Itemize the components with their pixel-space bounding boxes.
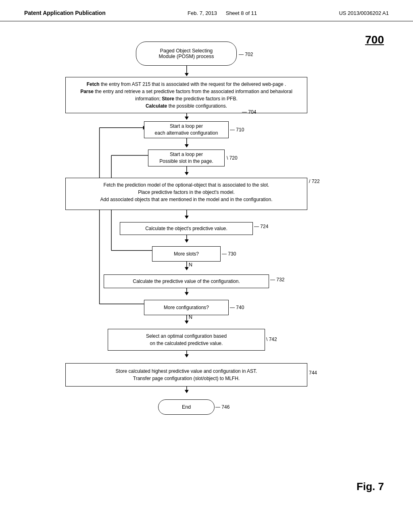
- label-744: 744: [309, 370, 317, 376]
- label-704: — 704: [242, 109, 256, 115]
- svg-marker-7: [185, 172, 189, 175]
- label-724: — 724: [254, 224, 268, 229]
- label-702: — 702: [239, 52, 253, 57]
- label-730: — 730: [222, 251, 236, 257]
- svg-marker-31: [185, 354, 189, 357]
- label-710: — 710: [230, 127, 244, 133]
- label-722: / 722: [309, 179, 320, 184]
- label-746: — 746: [215, 404, 229, 410]
- node-730: More slots?: [152, 246, 221, 262]
- patent-number-label: US 2013/0036202 A1: [339, 10, 389, 16]
- node-732: Calculate the predictive value of the co…: [104, 274, 269, 288]
- label-742: \ 742: [266, 337, 277, 342]
- svg-marker-33: [185, 390, 189, 393]
- node-724: Calculate the object's predictive value.: [120, 222, 253, 235]
- label-740: — 740: [230, 305, 244, 310]
- svg-text:N: N: [189, 262, 192, 268]
- figure-label: Fig. 7: [357, 480, 384, 493]
- diagram-number: 700: [365, 33, 384, 46]
- sheet-label: Sheet 8 of 11: [226, 10, 257, 16]
- diagram-container: 700 Y N: [0, 21, 413, 513]
- svg-marker-11: [185, 239, 189, 243]
- node-704: Fetch the entry from AST 215 that is ass…: [65, 77, 307, 113]
- svg-marker-1: [185, 73, 189, 76]
- svg-marker-3: [185, 116, 189, 120]
- node-722: Fetch the prediction model of the option…: [65, 178, 307, 210]
- svg-marker-29: [185, 321, 189, 324]
- date-sheet-label: Feb. 7, 2013 Sheet 8 of 11: [188, 10, 257, 16]
- node-740: More configurations?: [144, 300, 229, 315]
- svg-marker-5: [185, 144, 189, 148]
- svg-marker-19: [185, 267, 189, 270]
- node-742: Select an optimal configuration basedon …: [108, 329, 265, 351]
- svg-marker-21: [185, 292, 189, 295]
- node-702: Paged Object Selecting Module (POSM) pro…: [136, 42, 237, 66]
- label-732: — 732: [270, 277, 284, 283]
- node-710: Start a loop pereach alternative configu…: [144, 121, 229, 138]
- diagram-area: 700 Y N: [29, 29, 384, 497]
- svg-marker-9: [185, 216, 189, 219]
- publication-label: Patent Application Publication: [24, 10, 106, 16]
- node-end: End: [158, 399, 215, 415]
- node-744: Store calculated highest predictive valu…: [65, 363, 307, 387]
- date-label: Feb. 7, 2013: [188, 10, 217, 16]
- label-720: \ 720: [227, 155, 238, 161]
- page-header: Patent Application Publication Feb. 7, 2…: [0, 0, 413, 21]
- node-720: Start a loop perPossible slot in the pag…: [148, 150, 225, 166]
